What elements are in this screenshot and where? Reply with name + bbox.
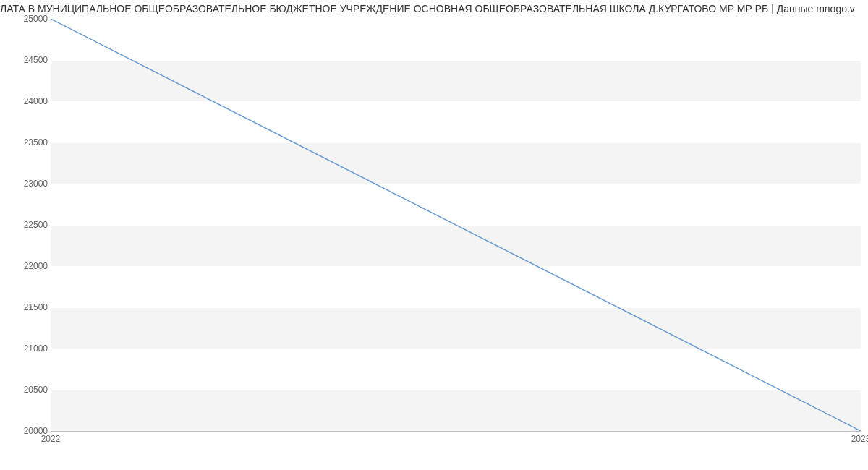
- y-tick-label: 25000: [4, 14, 48, 24]
- plot-area: [51, 19, 861, 431]
- y-tick-label: 21000: [4, 343, 48, 354]
- y-tick-label: 24500: [4, 55, 48, 65]
- y-tick-label: 20500: [4, 385, 48, 395]
- y-tick-label: 23500: [4, 137, 48, 148]
- x-axis: [51, 431, 861, 432]
- chart-title: ЛАТА В МУНИЦИПАЛЬНОЕ ОБЩЕОБРАЗОВАТЕЛЬНОЕ…: [0, 3, 868, 14]
- x-tick-label: 2023: [851, 434, 868, 444]
- x-tick-label: 2022: [41, 434, 61, 444]
- y-tick-label: 24000: [4, 96, 48, 106]
- line-series: [51, 19, 861, 431]
- y-tick-label: 22500: [4, 220, 48, 230]
- y-tick-label: 21500: [4, 302, 48, 312]
- y-tick-label: 23000: [4, 179, 48, 189]
- y-tick-label: 22000: [4, 261, 48, 271]
